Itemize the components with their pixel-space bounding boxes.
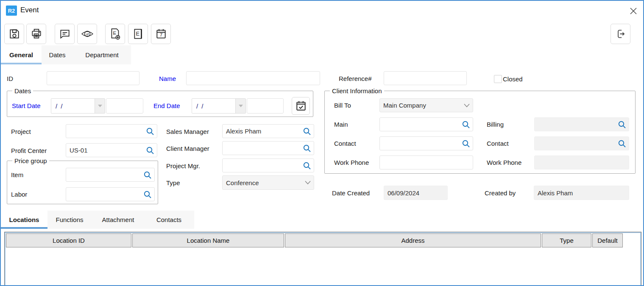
- search-icon[interactable]: [143, 190, 152, 199]
- locations-table-header: Location ID Location Name Address Type D…: [6, 233, 640, 247]
- main-client-label: Main: [334, 121, 348, 128]
- tab-dates[interactable]: Dates: [42, 45, 73, 64]
- type-label: Type: [166, 179, 180, 186]
- search-icon[interactable]: [146, 146, 154, 155]
- comment-icon: [59, 28, 71, 40]
- search-icon[interactable]: [462, 139, 470, 148]
- billing-input[interactable]: [534, 117, 629, 131]
- client-manager-input[interactable]: [222, 141, 314, 155]
- profit-center-label: Profit Center: [11, 147, 47, 154]
- end-date-dropdown-button[interactable]: [235, 99, 245, 113]
- app-logo-r2: R2: [6, 6, 17, 16]
- print-button[interactable]: [26, 24, 46, 44]
- end-date-value: / /: [192, 99, 235, 113]
- tab-general[interactable]: General: [1, 45, 42, 64]
- date-created-field: 06/09/2024: [384, 186, 448, 200]
- labor-input[interactable]: [66, 187, 155, 201]
- search-icon[interactable]: [618, 139, 626, 148]
- comment-button[interactable]: [55, 24, 75, 44]
- sales-manager-input[interactable]: Alexis Pham: [222, 124, 314, 138]
- tab-general-underline: [1, 63, 42, 64]
- work-phone-left-input[interactable]: [379, 155, 473, 169]
- tab-dates-label: Dates: [49, 51, 65, 58]
- calendar-button[interactable]: 7: [151, 24, 171, 44]
- event-button[interactable]: E: [128, 24, 148, 44]
- locations-table-body[interactable]: [6, 248, 640, 285]
- client-information-legend: Client Information: [330, 87, 384, 94]
- locations-table: Location ID Location Name Address Type D…: [4, 232, 641, 286]
- sales-manager-value: Alexis Pham: [226, 128, 261, 135]
- client-manager-label: Client Manager: [166, 145, 209, 152]
- chevron-down-icon: [305, 181, 311, 185]
- contact-right-input[interactable]: [534, 136, 629, 150]
- created-by-field: Alexis Pham: [534, 186, 629, 200]
- dropdown-arrow-icon: [238, 104, 243, 108]
- bill-to-select[interactable]: Main Company: [379, 98, 473, 112]
- start-date-picker[interactable]: / /: [51, 98, 105, 114]
- tab-contacts[interactable]: Contacts: [145, 211, 193, 229]
- tab-department[interactable]: Department: [73, 45, 131, 64]
- new-event-button[interactable]: E: [105, 24, 125, 44]
- closed-checkbox[interactable]: [494, 75, 502, 83]
- project-input[interactable]: [66, 124, 157, 138]
- profit-center-input[interactable]: US-01: [66, 143, 157, 157]
- tab-department-label: Department: [85, 51, 118, 58]
- exit-button[interactable]: [611, 24, 630, 44]
- tab-locations[interactable]: Locations: [1, 211, 47, 229]
- search-icon[interactable]: [146, 127, 154, 136]
- search-icon[interactable]: [143, 171, 152, 179]
- tab-functions[interactable]: Functions: [47, 211, 92, 229]
- tab-attachment[interactable]: Attachment: [92, 211, 145, 229]
- exit-icon: [615, 28, 627, 40]
- user-fields-button[interactable]: uf: [77, 24, 97, 44]
- svg-text:7: 7: [159, 32, 162, 38]
- billing-label: Billing: [487, 121, 504, 128]
- search-icon[interactable]: [303, 127, 311, 136]
- end-time-input[interactable]: [247, 98, 284, 114]
- item-label: Item: [11, 171, 23, 178]
- name-label: Name: [159, 75, 176, 82]
- window-title: Event: [20, 6, 39, 14]
- end-date-picker[interactable]: / /: [192, 98, 246, 114]
- main-client-input[interactable]: [379, 117, 473, 131]
- search-icon[interactable]: [618, 120, 626, 129]
- item-input[interactable]: [66, 168, 155, 182]
- bottom-tab-bar: Locations Functions Attachment Contacts: [1, 211, 194, 229]
- closed-label: Closed: [503, 75, 523, 83]
- work-phone-right-input[interactable]: [534, 155, 629, 169]
- start-date-value: / /: [51, 99, 95, 113]
- bill-to-label: Bill To: [334, 102, 351, 109]
- start-date-dropdown-button[interactable]: [95, 99, 105, 113]
- close-button[interactable]: [627, 5, 639, 17]
- search-icon[interactable]: [462, 120, 470, 129]
- reference-input[interactable]: [384, 71, 467, 85]
- column-header-address[interactable]: Address: [285, 233, 541, 247]
- end-date-label: End Date: [153, 102, 180, 109]
- date-created-label: Date Created: [332, 189, 370, 197]
- type-value: Conference: [226, 179, 259, 186]
- type-select[interactable]: Conference: [222, 175, 314, 190]
- contact-left-input[interactable]: [379, 136, 473, 150]
- main-tab-bar: General Dates Department: [1, 45, 131, 64]
- bill-to-value: Main Company: [383, 102, 426, 109]
- name-input[interactable]: [186, 71, 320, 85]
- column-header-default[interactable]: Default: [592, 233, 623, 247]
- start-time-input[interactable]: [106, 98, 143, 114]
- svg-text:uf: uf: [86, 32, 89, 36]
- uf-eye-icon: uf: [81, 28, 94, 40]
- search-icon[interactable]: [303, 144, 311, 153]
- project-mgr-input[interactable]: [222, 158, 314, 172]
- calendar-check-button[interactable]: [292, 97, 310, 115]
- created-by-label: Created by: [485, 189, 516, 197]
- column-header-location-id[interactable]: Location ID: [6, 233, 131, 247]
- column-header-location-name[interactable]: Location Name: [132, 233, 284, 247]
- id-input[interactable]: [47, 71, 139, 85]
- column-header-type[interactable]: Type: [542, 233, 591, 247]
- tab-attachment-label: Attachment: [102, 216, 134, 223]
- column-header-filler: [624, 233, 640, 247]
- dropdown-arrow-icon: [98, 104, 103, 108]
- work-phone-right-label: Work Phone: [487, 159, 521, 166]
- search-icon[interactable]: [303, 161, 311, 170]
- sales-manager-label: Sales Manager: [166, 128, 209, 135]
- save-button[interactable]: [4, 24, 24, 44]
